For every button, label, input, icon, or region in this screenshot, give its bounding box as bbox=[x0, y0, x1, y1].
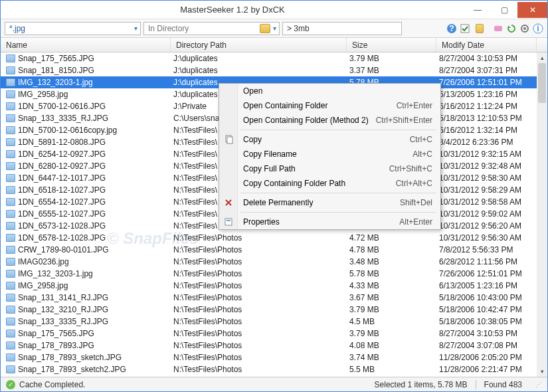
menu-item[interactable]: Open Containing Folder (Method 2)Ctrl+Sh… bbox=[219, 113, 440, 128]
file-name: 1DN_6280-12-0927.JPG bbox=[18, 161, 106, 171]
table-row[interactable]: Snap_133_3335_RJ.JPGN:\TestFiles\Photos4… bbox=[1, 316, 547, 328]
file-size: 3.79 MB bbox=[347, 54, 436, 63]
table-row[interactable]: Snap_175_7565.JPGN:\TestFiles\Photos3.79… bbox=[1, 328, 547, 340]
menu-item[interactable]: Copy Full PathCtrl+Shift+C bbox=[219, 161, 440, 176]
menu-item[interactable]: CopyCtrl+C bbox=[219, 132, 440, 147]
image-file-icon bbox=[6, 306, 15, 314]
menu-label: Copy Containing Folder Path bbox=[243, 179, 345, 188]
table-row[interactable]: Snap_131_3141_RJ.JPGN:\TestFiles\Photos3… bbox=[1, 292, 547, 304]
file-date: 10/31/2012 9:58:30 AM bbox=[436, 173, 547, 183]
file-name: IMAG0236.jpg bbox=[18, 257, 69, 266]
menu-item[interactable]: Copy FilenameAlt+C bbox=[219, 147, 440, 161]
table-row[interactable]: Snap_181_8150.JPGJ:\duplicates3.37 MB8/2… bbox=[1, 64, 547, 76]
svg-rect-2 bbox=[461, 25, 469, 33]
menu-shortcut: Alt+C bbox=[412, 149, 432, 159]
search-pattern-input[interactable] bbox=[8, 24, 132, 33]
image-file-icon bbox=[6, 90, 15, 98]
table-row[interactable]: Snap_175_7565.JPGJ:\duplicates3.79 MB8/2… bbox=[1, 52, 547, 64]
file-name: Snap_175_7565.JPG bbox=[18, 54, 94, 63]
file-date: 8/4/2012 6:23:36 PM bbox=[436, 138, 547, 147]
file-size: 5.78 MB bbox=[347, 269, 436, 278]
column-header-row: Name Directory Path Size Modify Date bbox=[1, 38, 547, 52]
file-name: 1DN_6447-12-1017.JPG bbox=[18, 173, 106, 183]
image-file-icon bbox=[6, 246, 15, 254]
scroll-up-icon[interactable]: ▴ bbox=[537, 52, 547, 63]
vertical-scrollbar[interactable]: ▴ ▾ bbox=[537, 52, 547, 377]
maximize-button[interactable]: ▢ bbox=[491, 2, 517, 18]
file-size: 3.74 MB bbox=[347, 353, 436, 362]
table-row[interactable]: Snap_178_7893_sketch.JPGN:\TestFiles\Pho… bbox=[1, 351, 547, 363]
svg-rect-10 bbox=[225, 219, 232, 225]
folder-icon[interactable] bbox=[260, 24, 270, 33]
image-file-icon bbox=[6, 353, 15, 361]
image-file-icon bbox=[6, 150, 15, 158]
file-size: 3.79 MB bbox=[347, 329, 436, 338]
file-date: 5/18/2013 12:10:53 PM bbox=[436, 114, 547, 123]
info-icon[interactable]: i bbox=[533, 23, 543, 34]
menu-shortcut: Shift+Del bbox=[400, 198, 432, 207]
context-menu: OpenOpen Containing FolderCtrl+EnterOpen… bbox=[219, 83, 441, 230]
menu-item[interactable]: Open bbox=[219, 84, 440, 98]
table-row[interactable]: Snap_178_7893.JPGN:\TestFiles\Photos4.08… bbox=[1, 340, 547, 351]
file-name: IMG_2958.jpg bbox=[18, 90, 68, 99]
size-filter-input[interactable] bbox=[286, 24, 399, 33]
gear-icon[interactable] bbox=[519, 23, 530, 34]
help-icon[interactable]: ? bbox=[446, 23, 457, 34]
scrollbar-thumb[interactable] bbox=[538, 63, 546, 103]
menu-item[interactable]: Open Containing FolderCtrl+Enter bbox=[219, 98, 440, 113]
file-date: 8/27/2004 3:07:31 PM bbox=[436, 66, 547, 75]
dropdown-icon[interactable]: ▾ bbox=[273, 25, 276, 32]
menu-item[interactable]: Delete PermanentlyShift+Del bbox=[219, 195, 440, 210]
table-row[interactable]: CRW_1789-80-0101.JPGN:\TestFiles\Photos4… bbox=[1, 244, 547, 256]
svg-text:i: i bbox=[537, 24, 539, 33]
file-size: 4.5 MB bbox=[347, 317, 436, 326]
table-row[interactable]: IMG_2958.jpgN:\TestFiles\Photos4.33 MB6/… bbox=[1, 280, 547, 292]
folder-tool-icon[interactable] bbox=[473, 23, 484, 34]
menu-item[interactable]: PropertiesAlt+Enter bbox=[219, 215, 440, 229]
file-dir: N:\TestFiles\Photos bbox=[171, 245, 347, 254]
table-row[interactable]: IMAG0236.jpgN:\TestFiles\Photos3.48 MB6/… bbox=[1, 256, 547, 268]
minimize-button[interactable]: — bbox=[464, 2, 491, 18]
image-file-icon bbox=[6, 270, 15, 278]
file-date: 8/27/2004 3:10:53 PM bbox=[436, 329, 547, 338]
image-file-icon bbox=[6, 126, 15, 134]
table-row[interactable]: Snap_178_7893_sketch2.JPGN:\TestFiles\Ph… bbox=[1, 363, 547, 375]
resize-grip-icon[interactable]: ⋰ bbox=[535, 381, 542, 388]
directory-input[interactable] bbox=[147, 24, 257, 33]
image-file-icon bbox=[6, 186, 15, 194]
header-dir[interactable]: Directory Path bbox=[171, 38, 347, 52]
header-date[interactable]: Modify Date bbox=[436, 38, 537, 52]
directory-box[interactable]: ▾ bbox=[143, 22, 280, 35]
image-file-icon bbox=[6, 198, 15, 206]
file-date: 6/16/2012 1:32:14 PM bbox=[436, 126, 547, 135]
file-name: 1DN_6573-12-1028.JPG bbox=[18, 221, 106, 231]
file-size: 3.48 MB bbox=[347, 257, 436, 266]
eraser-icon[interactable] bbox=[493, 23, 503, 34]
menu-label: Copy Full Path bbox=[243, 164, 296, 173]
scroll-down-icon[interactable]: ▾ bbox=[537, 366, 547, 377]
table-row[interactable]: 1DN_6578-12-1028.JPGN:\TestFiles\Photos4… bbox=[1, 232, 547, 244]
dropdown-icon[interactable]: ▾ bbox=[134, 25, 137, 32]
file-dir: N:\TestFiles\Photos bbox=[171, 233, 347, 243]
size-filter-box[interactable] bbox=[282, 22, 402, 35]
file-dir: N:\TestFiles\Photos bbox=[171, 281, 347, 290]
file-name: Snap_131_3141_RJ.JPG bbox=[18, 293, 108, 302]
checkbox-icon[interactable] bbox=[460, 23, 470, 34]
table-row[interactable]: Snap_132_3210_RJ.JPGN:\TestFiles\Photos3… bbox=[1, 304, 547, 316]
image-file-icon bbox=[6, 162, 15, 170]
menu-item[interactable]: Copy Containing Folder PathCtrl+Alt+C bbox=[219, 176, 440, 191]
titlebar: MasterSeeker 1.2 by DxCK — ▢ ✕ bbox=[1, 1, 547, 19]
delete-icon bbox=[223, 197, 234, 208]
status-cache: Cache Completed. bbox=[19, 380, 85, 389]
search-pattern-box[interactable]: ▾ bbox=[5, 22, 141, 35]
header-name[interactable]: Name bbox=[1, 38, 171, 52]
file-date: 5/18/2006 10:43:00 PM bbox=[436, 293, 547, 302]
refresh-icon[interactable] bbox=[506, 23, 517, 34]
file-name: 1DN_6555-12-1027.JPG bbox=[18, 209, 106, 219]
menu-label: Delete Permanently bbox=[243, 198, 313, 207]
table-row[interactable]: IMG_132_3203-1.jpgN:\TestFiles\Photos5.7… bbox=[1, 268, 547, 280]
file-name: 1DN_6254-12-0927.JPG bbox=[18, 149, 106, 159]
file-size: 4.08 MB bbox=[347, 341, 436, 350]
header-size[interactable]: Size bbox=[347, 38, 436, 52]
close-button[interactable]: ✕ bbox=[517, 2, 547, 18]
